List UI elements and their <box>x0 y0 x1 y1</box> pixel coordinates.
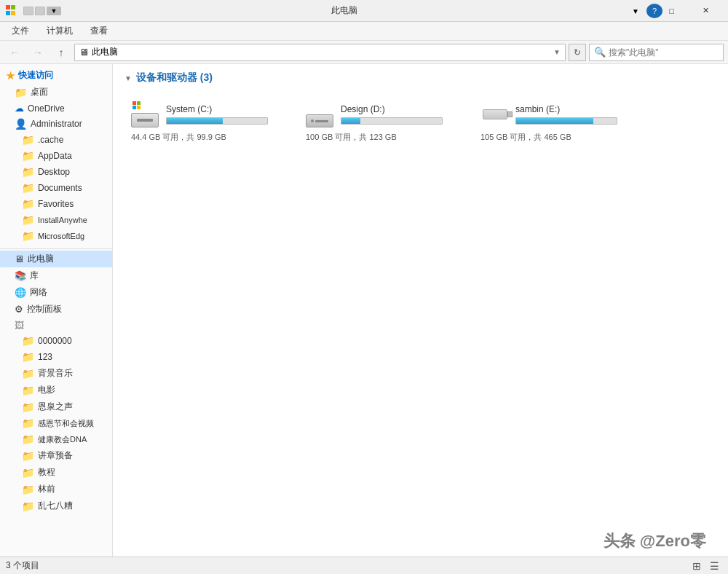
drives-grid: System (C:) 44.4 GB 可用，共 99.9 GB <box>124 95 716 149</box>
status-bar: 3 个项目 ⊞ ☰ <box>0 557 728 574</box>
drive-e-bar-fill <box>516 118 593 124</box>
network-icon: 🌐 <box>15 287 26 298</box>
drive-c-bar-container <box>166 117 268 125</box>
search-container[interactable]: 🔍 <box>589 44 724 61</box>
sidebar-thanksgiving-label: 感恩节和会视频 <box>38 418 94 429</box>
forward-button[interactable]: → <box>28 43 48 62</box>
sidebar-item-documents[interactable]: 📁 Documents <box>0 180 112 196</box>
drive-card-d[interactable]: Design (D:) 100 GB 可用，共 123 GB <box>299 95 452 149</box>
sidebar-item-favorites[interactable]: 📁 Favorites <box>0 196 112 212</box>
sidebar-item-thanksgiving[interactable]: 📁 感恩节和会视频 <box>0 415 112 431</box>
status-text: 3 个项目 <box>6 559 689 572</box>
folder-desktop-icon: 📁 <box>22 166 34 178</box>
menu-item-view[interactable]: 查看 <box>83 23 115 39</box>
sidebar-item-tutorial[interactable]: 📁 教程 <box>0 464 112 481</box>
sidebar-item-123[interactable]: 📁 123 <box>0 349 112 365</box>
address-input[interactable] <box>92 47 550 58</box>
sidebar-item-cache[interactable]: 📁 .cache <box>0 132 112 148</box>
sidebar-item-installanywhere[interactable]: 📁 InstallAnywhe <box>0 212 112 228</box>
sidebar-item-0000000[interactable]: 📁 0000000 <box>0 333 112 349</box>
drive-e-bar-container <box>515 117 617 125</box>
sidebar-item-health[interactable]: 📁 健康教会DNA <box>0 431 112 447</box>
sidebar-control-panel-label: 控制面板 <box>27 303 62 315</box>
sidebar-desktop-sub-label: Desktop <box>38 167 70 177</box>
main-layout: ★ 快速访问 📁 桌面 ☁ OneDrive 👤 Administrator 📁… <box>0 64 728 557</box>
library-icon: 📚 <box>15 270 26 281</box>
search-input[interactable] <box>609 47 719 58</box>
sidebar-desktop-label: 桌面 <box>31 86 48 98</box>
expand-ribbon-button[interactable]: ▼ <box>628 4 644 18</box>
menu-item-computer[interactable]: 计算机 <box>39 23 80 39</box>
up-button[interactable]: ↑ <box>51 43 71 62</box>
refresh-button[interactable]: ↻ <box>569 44 586 61</box>
undo-title-icon[interactable]: ▼ <box>47 7 61 15</box>
sidebar-item-random[interactable]: 📁 乱七八糟 <box>0 498 112 514</box>
content-area: ▼ 设备和驱动器 (3) <box>113 64 728 557</box>
folder-title-icon[interactable] <box>35 7 45 15</box>
person-icon: 👤 <box>15 118 27 130</box>
sidebar-item-desktop-sub[interactable]: 📁 Desktop <box>0 164 112 180</box>
drive-d-info: Design (D:) <box>341 104 446 125</box>
star-icon: ★ <box>6 70 15 82</box>
sidebar-item-onedrive[interactable]: ☁ OneDrive <box>0 101 112 116</box>
folder-install-icon: 📁 <box>22 214 34 226</box>
sidebar-item-unknown[interactable]: 🖼 <box>0 318 112 333</box>
desktop-folder-icon: 📁 <box>15 87 27 98</box>
sidebar-123-label: 123 <box>38 352 52 362</box>
sidebar-item-appdata[interactable]: 📁 AppData <box>0 148 112 164</box>
folder-bgmusic-icon: 📁 <box>22 368 34 380</box>
menu-item-file[interactable]: 文件 <box>4 23 36 39</box>
sidebar-item-network[interactable]: 🌐 网络 <box>0 284 112 301</box>
folder-documents-icon: 📁 <box>22 182 34 194</box>
sidebar-item-control-panel[interactable]: ⚙ 控制面板 <box>0 301 112 318</box>
sidebar-health-label: 健康教会DNA <box>38 434 87 445</box>
sidebar-item-microsoftedge[interactable]: 📁 MicrosoftEdg <box>0 228 112 244</box>
sidebar-onedrive-label: OneDrive <box>28 103 65 114</box>
drive-e-name: sambin (E:) <box>515 104 620 114</box>
sidebar-item-administrator[interactable]: 👤 Administrator <box>0 116 112 132</box>
drive-d-name: Design (D:) <box>341 104 446 114</box>
sidebar-item-desktop[interactable]: 📁 桌面 <box>0 84 112 101</box>
sidebar-this-pc-label: 此电脑 <box>28 253 54 265</box>
sidebar-cache-label: .cache <box>38 135 63 145</box>
save-title-icon[interactable] <box>23 7 33 15</box>
drive-card-c[interactable]: System (C:) 44.4 GB 可用，共 99.9 GB <box>124 95 277 149</box>
sidebar-item-enquan[interactable]: 📁 恩泉之声 <box>0 398 112 415</box>
address-computer-icon: 🖥 <box>79 47 89 58</box>
folder-0-icon: 📁 <box>22 335 34 347</box>
sidebar-install-label: InstallAnywhe <box>38 216 87 224</box>
quick-access-icon[interactable] <box>6 5 17 17</box>
drive-card-c-header: System (C:) <box>131 101 271 127</box>
folder-thanksgiving-icon: 📁 <box>22 417 34 429</box>
control-panel-icon: ⚙ <box>15 304 23 315</box>
sidebar: ★ 快速访问 📁 桌面 ☁ OneDrive 👤 Administrator 📁… <box>0 64 113 557</box>
window-title: 此电脑 <box>67 4 621 17</box>
drive-d-bar-fill <box>341 118 360 124</box>
sidebar-item-library[interactable]: 📚 库 <box>0 267 112 284</box>
sidebar-item-sermon[interactable]: 📁 讲章预备 <box>0 447 112 464</box>
drive-card-e[interactable]: sambin (E:) 105 GB 可用，共 465 GB <box>474 95 627 149</box>
sidebar-tutorial-label: 教程 <box>38 466 55 479</box>
close-button[interactable]: ✕ <box>689 0 722 22</box>
folder-edge-icon: 📁 <box>22 230 34 242</box>
help-button[interactable]: ? <box>646 4 662 18</box>
sidebar-item-bgmusic[interactable]: 📁 背景音乐 <box>0 365 112 382</box>
address-input-container[interactable]: 🖥 ▼ <box>74 44 566 61</box>
grid-view-button[interactable]: ⊞ <box>689 559 705 573</box>
folder-sermon-icon: 📁 <box>22 450 34 462</box>
folder-random-icon: 📁 <box>22 500 34 512</box>
drive-card-d-header: Design (D:) <box>306 101 446 127</box>
drive-card-e-header: sambin (E:) <box>480 101 620 127</box>
sidebar-item-linqian[interactable]: 📁 林前 <box>0 481 112 498</box>
sidebar-appdata-label: AppData <box>38 151 72 161</box>
sidebar-item-this-pc[interactable]: 🖥 此电脑 <box>0 251 112 267</box>
sidebar-quick-access-header[interactable]: ★ 快速访问 <box>0 67 112 84</box>
folder-favorites-icon: 📁 <box>22 198 34 210</box>
search-icon: 🔍 <box>594 47 606 58</box>
folder-movies-icon: 📁 <box>22 385 34 396</box>
sidebar-item-movies[interactable]: 📁 电影 <box>0 382 112 398</box>
back-button[interactable]: ← <box>4 43 25 62</box>
address-dropdown-icon[interactable]: ▼ <box>553 48 561 56</box>
sidebar-enquan-label: 恩泉之声 <box>38 401 73 413</box>
list-view-button[interactable]: ☰ <box>706 559 722 573</box>
